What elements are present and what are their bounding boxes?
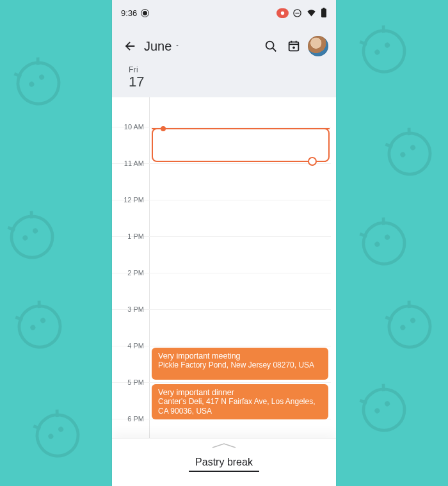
hour-row[interactable]: 1 PM — [112, 236, 331, 273]
today-button[interactable] — [282, 39, 305, 53]
svg-point-23 — [374, 49, 381, 56]
svg-line-51 — [273, 48, 276, 51]
svg-point-4 — [38, 74, 45, 81]
status-battery-icon — [321, 8, 327, 18]
bg-mascot — [0, 201, 68, 272]
sheet-handle-icon — [211, 442, 237, 449]
svg-point-28 — [399, 151, 406, 158]
svg-point-13 — [29, 324, 36, 331]
app-header: June Fri 17 — [112, 26, 336, 97]
bg-mascot — [374, 118, 445, 189]
svg-line-1 — [14, 72, 21, 79]
hour-row[interactable]: 2 PM — [112, 273, 331, 310]
svg-point-30 — [355, 215, 412, 271]
event-title-value: Pastry break — [195, 457, 253, 467]
hour-label: 2 PM — [112, 269, 144, 277]
bg-mascot — [22, 400, 93, 471]
svg-point-34 — [384, 234, 391, 241]
svg-point-0 — [10, 54, 67, 111]
svg-point-40 — [355, 381, 412, 438]
status-dnd-icon — [292, 8, 302, 18]
phone-frame: 9:36 June — [112, 0, 336, 486]
svg-point-38 — [399, 324, 406, 331]
hour-label: 6 PM — [112, 415, 144, 423]
svg-line-21 — [360, 40, 367, 47]
bg-mascot — [374, 291, 445, 362]
draft-event-block[interactable] — [152, 128, 330, 162]
status-screen-record-icon — [276, 8, 289, 18]
day-timeline[interactable]: 10 AM11 AM12 PM1 PM2 PM3 PM4 PM5 PM6 PMV… — [112, 97, 336, 440]
svg-line-22 — [380, 26, 387, 33]
hour-row[interactable]: 12 PM — [112, 200, 331, 237]
svg-line-6 — [8, 225, 15, 233]
hour-row[interactable]: 3 PM — [112, 309, 331, 346]
event-title-input[interactable]: Pastry break — [189, 455, 259, 472]
day-of-week: Fri — [129, 65, 328, 74]
status-time: 9:36 — [121, 8, 137, 18]
status-bar: 9:36 — [112, 0, 336, 26]
svg-point-19 — [58, 426, 65, 433]
svg-point-24 — [384, 42, 391, 49]
calendar-event[interactable]: Very important meetingPickle Factory Pon… — [152, 348, 328, 380]
svg-point-43 — [374, 407, 381, 414]
event-location: Canter's Deli, 417 N Fairfax Ave, Los An… — [158, 397, 322, 416]
bg-mascot — [348, 15, 419, 86]
svg-point-15 — [29, 407, 86, 464]
svg-line-32 — [380, 218, 387, 225]
svg-rect-48 — [321, 9, 326, 18]
svg-point-29 — [410, 144, 417, 151]
svg-point-50 — [266, 42, 274, 49]
bg-mascot — [3, 47, 74, 118]
bg-mascot — [4, 291, 75, 362]
svg-line-2 — [35, 58, 42, 65]
draft-resize-handle[interactable] — [308, 157, 317, 166]
svg-point-39 — [410, 317, 417, 324]
svg-point-20 — [355, 22, 412, 79]
svg-point-44 — [384, 400, 391, 407]
svg-line-7 — [28, 211, 35, 219]
svg-line-11 — [15, 315, 22, 323]
account-avatar[interactable] — [308, 36, 328, 56]
svg-point-10 — [11, 298, 68, 355]
search-icon — [264, 39, 278, 53]
svg-line-27 — [406, 128, 413, 136]
status-recording-icon — [141, 9, 149, 17]
chevron-down-icon — [174, 42, 180, 50]
now-indicator-dot — [161, 126, 166, 131]
arrow-left-icon — [123, 39, 137, 53]
svg-point-56 — [292, 46, 295, 49]
svg-point-8 — [22, 234, 29, 241]
month-picker[interactable]: June — [144, 39, 180, 54]
hour-label: 1 PM — [112, 232, 144, 240]
event-title: Very important meeting — [158, 352, 322, 360]
svg-line-31 — [360, 232, 367, 239]
svg-point-35 — [381, 298, 438, 355]
svg-point-45 — [281, 11, 284, 14]
hour-label: 3 PM — [112, 305, 144, 313]
svg-point-33 — [374, 241, 381, 248]
bg-mascot — [348, 374, 419, 445]
svg-point-5 — [3, 208, 60, 265]
back-button[interactable] — [120, 39, 140, 53]
svg-point-18 — [47, 433, 54, 440]
hour-label: 12 PM — [112, 196, 144, 204]
now-indicator-line — [152, 128, 330, 129]
svg-point-9 — [32, 227, 39, 234]
svg-line-36 — [385, 315, 392, 323]
svg-rect-49 — [323, 8, 324, 9]
svg-line-37 — [406, 301, 413, 309]
svg-line-42 — [380, 384, 387, 392]
calendar-event[interactable]: Very important dinnerCanter's Deli, 417 … — [152, 384, 328, 419]
bg-mascot — [348, 207, 419, 279]
hour-label: 10 AM — [112, 123, 144, 131]
svg-line-41 — [360, 398, 367, 406]
svg-point-14 — [40, 317, 47, 324]
svg-line-26 — [385, 142, 392, 150]
svg-point-3 — [28, 81, 35, 88]
sheet-drag-handle[interactable] — [211, 442, 237, 449]
month-label: June — [144, 39, 172, 54]
search-button[interactable] — [259, 39, 282, 53]
status-wifi-icon — [306, 8, 317, 18]
new-event-sheet[interactable]: Pastry break — [112, 438, 336, 486]
hour-row[interactable]: 11 AM — [112, 163, 331, 200]
